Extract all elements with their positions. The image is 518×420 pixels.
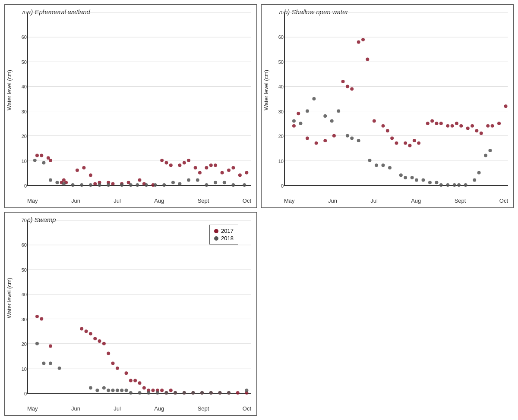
svg-point-192 [129,391,133,395]
svg-point-190 [120,389,123,392]
svg-point-157 [107,352,110,355]
x-label-oct-b: Oct [499,197,508,204]
svg-point-182 [49,361,52,365]
svg-point-85 [366,58,369,61]
svg-point-203 [227,391,231,395]
y-tick-20: 20 [22,342,27,347]
svg-point-195 [156,391,159,395]
svg-point-123 [382,163,385,167]
svg-point-149 [40,317,43,321]
y-tick-60: 60 [278,34,284,40]
svg-point-99 [446,124,449,128]
svg-point-125 [399,173,403,177]
svg-point-130 [428,181,432,184]
svg-point-119 [350,136,354,140]
svg-point-111 [292,119,296,122]
svg-point-163 [138,381,142,385]
svg-point-64 [223,181,226,184]
chart-c-area: 2017 2018 010203040506070 [27,220,251,394]
svg-point-118 [346,134,349,138]
svg-point-134 [453,183,456,187]
svg-point-188 [111,389,115,392]
chart-a-area: 010203040506070 [27,13,251,186]
svg-point-10 [49,159,52,162]
svg-point-164 [142,386,146,390]
y-tick-30: 30 [22,317,27,322]
svg-point-185 [95,389,99,392]
svg-point-139 [484,154,487,157]
svg-point-49 [89,183,92,187]
y-tick-0: 0 [24,391,27,396]
x-label-jun-a: Jun [71,197,80,204]
svg-point-160 [125,371,128,375]
y-tick-50: 50 [22,267,27,273]
y-tick-0: 0 [281,183,284,188]
svg-point-46 [62,182,66,185]
svg-point-100 [451,124,454,128]
svg-point-48 [80,183,83,187]
svg-point-36 [214,163,217,167]
svg-point-59 [178,182,181,185]
svg-point-20 [111,182,115,185]
legend-label-2018: 2018 [221,235,234,241]
panel-a-xaxis: May Jun Jul Aug Sept Oct [27,197,251,204]
svg-point-27 [164,161,168,165]
svg-point-42 [33,159,37,162]
svg-point-196 [164,391,168,395]
y-tick-20: 20 [278,134,284,139]
svg-point-103 [466,127,470,130]
y-tick-70: 70 [22,218,27,223]
svg-point-90 [395,141,398,145]
svg-point-114 [312,97,316,100]
svg-point-97 [435,122,438,125]
svg-point-133 [446,183,449,187]
svg-point-132 [439,183,443,187]
svg-point-108 [491,124,494,128]
legend-item-2017: 2017 [214,228,234,234]
y-tick-0: 0 [24,183,27,188]
svg-point-45 [55,181,59,184]
svg-point-14 [76,169,79,172]
svg-point-39 [231,166,235,169]
svg-point-60 [187,179,190,182]
svg-point-43 [42,161,45,165]
svg-point-91 [404,141,407,145]
svg-point-136 [464,183,467,187]
svg-point-51 [107,183,110,187]
svg-point-92 [408,144,412,147]
chart-c-svg [28,220,251,393]
svg-point-15 [82,166,85,169]
svg-point-37 [221,171,224,174]
x-label-aug-b: Aug [411,197,421,204]
svg-point-138 [477,171,481,174]
svg-point-7 [35,154,39,157]
y-tick-10: 10 [278,159,284,164]
svg-point-29 [178,163,181,167]
x-label-oct-a: Oct [243,197,251,204]
svg-point-56 [154,183,157,187]
svg-point-113 [306,110,309,113]
svg-point-183 [58,367,61,370]
svg-point-8 [40,154,43,157]
svg-point-158 [111,361,115,365]
x-label-jun-b: Jun [328,197,337,204]
svg-point-135 [457,183,461,187]
svg-point-77 [315,141,318,145]
svg-point-162 [133,379,137,382]
svg-point-161 [129,379,133,382]
svg-point-96 [430,119,434,122]
svg-point-38 [227,169,231,172]
y-tick-20: 20 [22,134,27,139]
svg-point-44 [49,179,52,182]
svg-point-31 [187,159,190,162]
svg-point-23 [138,179,142,182]
y-tick-10: 10 [22,159,27,164]
svg-point-140 [488,149,492,152]
svg-point-204 [245,389,248,392]
svg-point-128 [415,179,418,182]
svg-point-105 [475,129,478,132]
legend-label-2017: 2017 [221,228,234,234]
svg-point-26 [160,159,164,162]
page-container: a) Ephemeral wetland Water level (cm) 01… [0,0,518,420]
svg-point-151 [80,327,83,330]
